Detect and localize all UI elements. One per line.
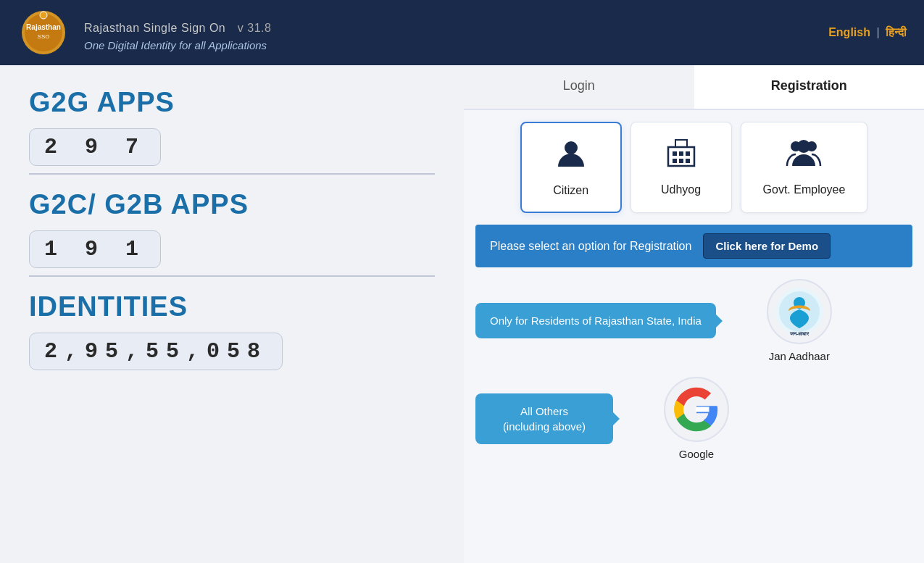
tab-registration[interactable]: Registration (694, 65, 925, 109)
main-content: G2G APPS 2 9 7 G2C/ G2B APPS 1 9 1 IDENT… (0, 65, 924, 563)
demo-button[interactable]: Click here for Demo (703, 233, 831, 259)
svg-rect-12 (686, 159, 690, 163)
site-subtitle: One Digital Identity for all Application… (84, 39, 271, 51)
google-icon-circle (664, 377, 729, 442)
citizen-icon (555, 138, 587, 177)
svg-rect-10 (673, 159, 677, 163)
lang-hindi-link[interactable]: हिन्दी (886, 26, 907, 38)
header: Rajasthan SSO Rajasthan Single Sign On v… (0, 0, 924, 65)
registration-prompt: Please select an option for Registration (490, 240, 691, 253)
svg-rect-7 (673, 151, 677, 156)
identities-section: IDENTITIES 2,95,55,058 (29, 275, 435, 370)
login-option-govt[interactable]: Govt. Employee (741, 122, 868, 213)
udhyog-label: Udhyog (661, 183, 701, 196)
svg-point-16 (797, 140, 810, 153)
svg-text:Rajasthan: Rajasthan (26, 23, 61, 31)
reg-row-google: All Others (including above) Google (475, 377, 912, 460)
google-option[interactable]: Google (664, 377, 729, 460)
identities-title: IDENTITIES (29, 291, 435, 322)
google-bubble: All Others (including above) (475, 393, 613, 444)
language-switcher: English | हिन्दी (828, 26, 907, 39)
g2c-section: G2C/ G2B APPS 1 9 1 (29, 173, 435, 268)
lang-english-link[interactable]: English (828, 26, 870, 38)
right-panel: Login Registration Citizen (464, 65, 924, 563)
g2g-title: G2G APPS (29, 87, 435, 118)
svg-rect-11 (679, 159, 683, 163)
jan-aadhaar-bubble: Only for Residents of Rajasthan State, I… (475, 303, 716, 338)
site-title: Rajasthan Single Sign On v 31.8 (84, 14, 271, 37)
tabs-bar: Login Registration (464, 65, 924, 110)
svg-rect-9 (686, 151, 690, 156)
svg-point-5 (565, 141, 578, 154)
citizen-label: Citizen (553, 184, 588, 197)
svg-point-1 (25, 14, 62, 51)
jan-aadhaar-option[interactable]: जन-आधार Jan Aadhaar (767, 279, 832, 362)
svg-point-4 (40, 12, 47, 19)
udhyog-icon (665, 137, 697, 176)
registration-options: Only for Residents of Rajasthan State, I… (464, 267, 924, 472)
g2g-section: G2G APPS 2 9 7 (29, 87, 435, 166)
svg-text:जन-आधार: जन-आधार (789, 331, 809, 336)
lang-separator: | (876, 26, 879, 38)
login-options: Citizen Udhyog (464, 110, 924, 213)
reg-row-jan-aadhaar: Only for Residents of Rajasthan State, I… (475, 279, 912, 362)
jan-aadhaar-icon-circle: जन-आधार (767, 279, 832, 344)
govt-employee-icon (786, 137, 822, 176)
login-option-udhyog[interactable]: Udhyog (630, 122, 732, 213)
svg-rect-13 (675, 140, 687, 147)
jan-aadhaar-label: Jan Aadhaar (769, 350, 830, 362)
svg-rect-21 (696, 407, 709, 412)
svg-rect-8 (679, 151, 683, 156)
g2c-title: G2C/ G2B APPS (29, 189, 435, 220)
header-text: Rajasthan Single Sign On v 31.8 One Digi… (84, 14, 271, 51)
svg-rect-6 (668, 147, 694, 166)
g2c-count: 1 9 1 (29, 230, 161, 268)
google-label: Google (679, 448, 714, 460)
tab-login[interactable]: Login (464, 65, 694, 109)
svg-text:SSO: SSO (38, 33, 50, 40)
logo: Rajasthan SSO (14, 7, 72, 58)
identities-count: 2,95,55,058 (29, 333, 283, 370)
g2g-count: 2 9 7 (29, 128, 161, 166)
govt-employee-label: Govt. Employee (763, 183, 846, 196)
login-option-citizen[interactable]: Citizen (520, 122, 622, 213)
left-panel: G2G APPS 2 9 7 G2C/ G2B APPS 1 9 1 IDENT… (0, 65, 464, 563)
registration-bar: Please select an option for Registration… (475, 225, 912, 267)
